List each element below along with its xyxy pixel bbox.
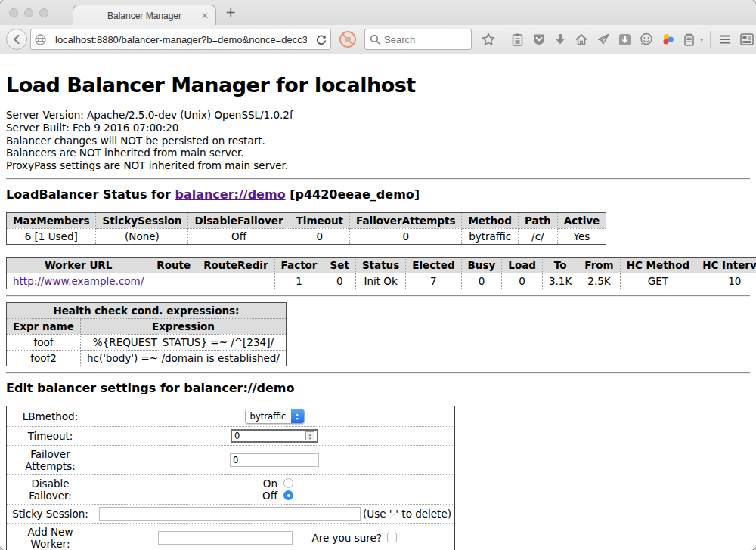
add-worker-input[interactable]: [158, 531, 293, 545]
col-expression: Expression: [80, 318, 286, 334]
close-window-button[interactable]: [9, 8, 18, 17]
tab-close-icon[interactable]: ✕: [201, 11, 209, 21]
col-active: Active: [557, 212, 606, 228]
cell-to: 3.1K: [542, 273, 578, 289]
cell-load: 0: [502, 273, 543, 289]
zoom-window-button[interactable]: [39, 8, 48, 17]
cell-expression: %{REQUEST_STATUS} =~ /^[234]/: [80, 334, 286, 350]
chevron-down-icon[interactable]: ▾: [700, 36, 703, 43]
sticky-session-input[interactable]: [99, 507, 361, 521]
minimize-window-button[interactable]: [24, 8, 33, 17]
col-elected: Elected: [406, 257, 461, 273]
col-from: From: [578, 257, 620, 273]
colored-dots-icon[interactable]: [661, 32, 676, 47]
col-busy: Busy: [461, 257, 502, 273]
new-tab-button[interactable]: +: [225, 6, 236, 19]
radio-on-label: On: [255, 477, 277, 490]
cell-route: [150, 273, 197, 289]
are-you-sure-label: Are you sure?: [312, 532, 383, 544]
url-bar[interactable]: localhost:8880/balancer-manager?b=demo&n…: [30, 29, 331, 50]
navigation-toolbar: localhost:8880/balancer-manager?b=demo&n…: [0, 25, 756, 54]
cell-hc-interval: 10: [696, 273, 756, 289]
table-row: 6 [1 Used] (None) Off 0 0 bytraffic /c/ …: [7, 228, 606, 244]
col-hc-interval: HC Interval: [696, 257, 756, 273]
block-button[interactable]: [339, 30, 357, 48]
worker-status-table: Worker URL Route RouteRedir Factor Set S…: [6, 257, 756, 289]
page-title: Load Balancer Manager for localhost: [6, 73, 750, 97]
clipboard-icon[interactable]: [510, 32, 525, 47]
window-controls[interactable]: [9, 8, 48, 17]
menu-icon[interactable]: [717, 32, 733, 47]
urlbar-divider: [311, 32, 311, 47]
edit-settings-heading: Edit balancer settings for balancer://de…: [6, 381, 750, 395]
col-expr-name: Expr name: [7, 318, 81, 334]
status-heading-suffix: [p4420eeae_demo]: [286, 187, 420, 202]
cell-factor: 1: [274, 273, 324, 289]
toolbar-icons: ▾: [481, 31, 754, 48]
sticky-session-hint: (Use '-' to delete): [363, 508, 451, 520]
cell-timeout: 0: [290, 228, 349, 244]
cell-active: Yes: [557, 228, 606, 244]
back-icon: [11, 33, 23, 45]
form-row-disable-failover: Disable Failover: On Off: [7, 474, 455, 504]
radio-off-label: Off: [255, 490, 277, 502]
extension-download-icon[interactable]: [618, 32, 632, 47]
are-you-sure-checkbox[interactable]: [387, 533, 397, 542]
smiley-icon[interactable]: [639, 32, 654, 47]
notice-proxypass: ProxyPass settings are NOT inherited fro…: [6, 159, 750, 172]
cell-maxmembers: 6 [1 Used]: [7, 228, 96, 244]
bookmark-star-icon[interactable]: [481, 32, 496, 47]
form-row-failover: Failover Attempts:: [7, 445, 455, 474]
cell-routeredir: [197, 273, 274, 289]
cell-expr-name: foof: [7, 334, 81, 350]
toolbar-divider: [503, 31, 503, 48]
cell-failoverattempts: 0: [350, 228, 462, 244]
health-check-table: Health check cond. expressions: Expr nam…: [6, 302, 287, 366]
worker-url-link[interactable]: http://www.example.com/: [13, 275, 144, 287]
download-icon[interactable]: [553, 32, 567, 46]
form-row-sticky: Sticky Session: (Use '-' to delete): [7, 504, 455, 523]
server-info: Server Version: Apache/2.5.0-dev (Unix) …: [6, 109, 750, 172]
col-method: Method: [462, 212, 519, 228]
reload-icon[interactable]: [315, 33, 327, 45]
tab-balancer-manager[interactable]: Balancer Manager ✕: [73, 5, 216, 26]
number-spinner-icon[interactable]: ▴▾: [305, 431, 314, 440]
container-icon[interactable]: [683, 32, 696, 47]
search-input[interactable]: [384, 34, 460, 45]
home-icon[interactable]: [574, 32, 589, 47]
server-version: Server Version: Apache/2.5.0-dev (Unix) …: [6, 109, 750, 122]
send-icon[interactable]: [596, 32, 611, 47]
cell-disablefailover: Off: [188, 228, 290, 244]
back-button[interactable]: [6, 29, 27, 50]
cell-busy: 0: [461, 273, 502, 289]
form-row-add-worker: Add New Worker: Are you sure?: [7, 523, 455, 550]
lbmethod-select[interactable]: bytraffic ▴▾: [245, 409, 305, 424]
search-bar[interactable]: [364, 29, 472, 50]
col-routeredir: RouteRedir: [197, 257, 274, 273]
browser-window: Balancer Manager ✕ + localhost:8880/bala…: [0, 0, 756, 550]
col-path: Path: [519, 212, 558, 228]
search-icon: [370, 34, 380, 45]
cell-from: 2.5K: [578, 273, 620, 289]
cell-expr-name: foof2: [7, 350, 81, 366]
failover-attempts-input[interactable]: [230, 453, 319, 467]
col-timeout: Timeout: [290, 212, 349, 228]
table-header-row: Expr name Expression: [7, 318, 287, 334]
loadbalancer-status-heading: LoadBalancer Status for balancer://demo …: [6, 187, 750, 202]
divider: [6, 178, 750, 180]
table-title-row: Health check cond. expressions:: [7, 302, 287, 318]
balancer-status-table: MaxMembers StickySession DisableFailover…: [6, 212, 606, 245]
notice-balancers: Balancers are NOT inherited from main se…: [6, 147, 750, 159]
failover-attempts-label: Failover Attempts:: [7, 445, 94, 474]
col-route: Route: [150, 257, 197, 273]
pocket-icon[interactable]: [531, 32, 547, 47]
cell-path: /c/: [519, 228, 558, 244]
balancer-demo-link[interactable]: balancer://demo: [175, 187, 285, 202]
radio-off[interactable]: [284, 490, 293, 500]
radio-on[interactable]: [284, 478, 293, 488]
url-text[interactable]: localhost:8880/balancer-manager?b=demo&n…: [55, 34, 307, 45]
edit-balancer-form: LBmethod: bytraffic ▴▾ Timeout: ▴▾: [6, 406, 455, 550]
cell-elected: 7: [406, 273, 461, 289]
newspaper-icon[interactable]: [739, 32, 754, 47]
select-stepper-icon: ▴▾: [291, 409, 304, 423]
